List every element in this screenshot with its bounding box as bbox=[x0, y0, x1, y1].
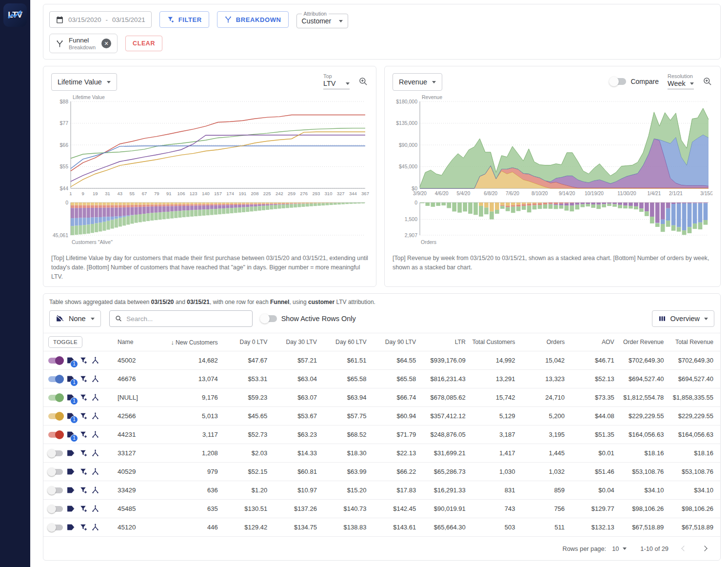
row-value: 1,445 bbox=[515, 449, 565, 457]
column-header[interactable]: ↓New Customers bbox=[168, 339, 218, 346]
row-value: $53,108.76 bbox=[664, 468, 713, 475]
filter-button[interactable]: FILTER bbox=[159, 11, 209, 28]
filter-plus-icon[interactable] bbox=[79, 467, 88, 476]
column-header[interactable]: Order Revenue bbox=[614, 339, 664, 345]
filter-plus-icon[interactable] bbox=[79, 505, 88, 513]
active-rows-toggle[interactable] bbox=[261, 315, 277, 322]
breakdown-icon[interactable] bbox=[91, 375, 99, 383]
attribution-select[interactable]: Attribution Customer bbox=[296, 11, 348, 28]
view-select-value: Overview bbox=[670, 315, 700, 323]
filter-plus-icon[interactable] bbox=[79, 486, 88, 494]
row-toggle[interactable] bbox=[48, 358, 63, 364]
breakdown-icon[interactable] bbox=[91, 449, 99, 457]
tag-icon[interactable] bbox=[66, 504, 76, 513]
row-toggle[interactable] bbox=[48, 450, 63, 456]
row-value: 1,417 bbox=[466, 449, 515, 457]
top-select[interactable]: Top LTV bbox=[323, 73, 350, 89]
column-header[interactable]: Day 60 LTV bbox=[317, 339, 367, 345]
tag-filter-select[interactable]: None bbox=[49, 310, 101, 327]
filter-plus-icon[interactable] bbox=[79, 412, 88, 420]
view-select[interactable]: Overview bbox=[652, 310, 714, 327]
row-toggle[interactable] bbox=[48, 469, 63, 475]
row-value: $68.52 bbox=[317, 431, 367, 438]
breakdown-icon[interactable] bbox=[91, 523, 99, 531]
breakdown-icon[interactable] bbox=[91, 412, 99, 420]
column-header[interactable]: LTR bbox=[416, 339, 466, 345]
tag-icon[interactable] bbox=[66, 448, 76, 458]
filter-button-label: FILTER bbox=[178, 16, 202, 23]
orders-bar-chart: 01,5002,907Orders bbox=[393, 200, 712, 248]
row-toggle[interactable] bbox=[48, 395, 63, 401]
svg-text:6/8/20: 6/8/20 bbox=[484, 191, 497, 196]
label-off-icon bbox=[56, 315, 64, 323]
row-value: $164,056.63 bbox=[614, 431, 664, 438]
breakdown-button[interactable]: BREAKDOWN bbox=[217, 11, 289, 28]
rows-per-page-select[interactable]: 10 bbox=[612, 545, 627, 552]
column-header[interactable]: Total Customers bbox=[466, 339, 515, 345]
chip-remove-icon[interactable]: ✕ bbox=[101, 39, 111, 48]
clear-button[interactable]: CLEAR bbox=[125, 36, 162, 51]
filter-plus-icon[interactable] bbox=[79, 523, 88, 531]
row-value: 636 bbox=[168, 486, 218, 494]
date-range-picker[interactable]: 03/15/2020 - 03/15/2021 bbox=[49, 11, 152, 28]
column-header[interactable]: Day 0 LTV bbox=[218, 339, 268, 345]
row-value: $65.58 bbox=[317, 375, 367, 383]
zoom-in-icon[interactable] bbox=[703, 77, 712, 86]
customers-alive-bar-chart: 045,061Customers "Alive" bbox=[51, 200, 369, 248]
toggle-header[interactable]: TOGGLE bbox=[48, 336, 82, 348]
row-value: $18.16 bbox=[664, 449, 713, 457]
row-toggle[interactable] bbox=[48, 525, 63, 530]
row-value: $63.07 bbox=[267, 394, 317, 401]
row-value: 5,013 bbox=[168, 412, 218, 420]
breakdown-icon[interactable] bbox=[91, 430, 99, 439]
search-icon bbox=[115, 315, 122, 323]
zoom-in-icon[interactable] bbox=[358, 77, 368, 86]
next-page-icon[interactable] bbox=[702, 546, 707, 551]
compare-toggle[interactable] bbox=[610, 78, 626, 85]
column-header[interactable]: Day 30 LTV bbox=[267, 339, 317, 345]
breakdown-icon[interactable] bbox=[91, 467, 99, 476]
filter-plus-icon[interactable] bbox=[79, 356, 88, 364]
tag-icon[interactable] bbox=[66, 467, 76, 476]
row-value: $816,231.43 bbox=[416, 375, 466, 383]
row-toggle[interactable] bbox=[48, 487, 63, 493]
svg-text:$44: $44 bbox=[59, 185, 68, 191]
column-header[interactable]: AOV bbox=[565, 339, 614, 345]
resolution-select[interactable]: Resolution Week bbox=[668, 73, 694, 89]
row-toggle[interactable] bbox=[48, 432, 63, 438]
breakdown-split-icon bbox=[56, 40, 64, 48]
filter-plus-icon[interactable] bbox=[79, 449, 88, 457]
filter-plus-icon[interactable] bbox=[79, 430, 88, 439]
column-header[interactable]: Total Revenue bbox=[664, 339, 713, 345]
filter-plus-icon[interactable] bbox=[79, 375, 88, 383]
row-value: $52.73 bbox=[218, 431, 268, 438]
row-value: $229,229.55 bbox=[614, 412, 664, 420]
svg-text:$66: $66 bbox=[59, 142, 68, 148]
row-toggle[interactable] bbox=[48, 413, 63, 419]
row-toggle[interactable] bbox=[48, 506, 63, 512]
breakdown-icon[interactable] bbox=[91, 486, 99, 494]
svg-text:31: 31 bbox=[105, 191, 110, 196]
row-toggle[interactable] bbox=[48, 376, 63, 382]
date-start: 03/15/2020 bbox=[68, 16, 101, 23]
row-value: $34.10 bbox=[614, 486, 664, 494]
column-header[interactable]: Orders bbox=[515, 339, 565, 345]
breakdown-icon[interactable] bbox=[91, 393, 99, 402]
breakdown-icon[interactable] bbox=[91, 356, 99, 364]
app-logo[interactable]: LTV bbox=[3, 3, 27, 27]
row-value: $17.83 bbox=[367, 486, 416, 494]
column-header[interactable]: Name bbox=[118, 339, 168, 345]
row-value: $67,518.89 bbox=[614, 524, 664, 531]
funnel-breakdown-chip[interactable]: Funnel Breakdown ✕ bbox=[49, 34, 118, 53]
revenue-metric-select[interactable]: Revenue bbox=[393, 73, 442, 91]
breakdown-icon[interactable] bbox=[91, 505, 99, 513]
tag-count-badge: 1 bbox=[70, 397, 78, 405]
previous-page-icon[interactable] bbox=[681, 546, 687, 551]
ltv-metric-select[interactable]: Lifetime Value bbox=[51, 73, 117, 91]
search-input[interactable] bbox=[126, 315, 246, 323]
column-header[interactable]: Day 90 LTV bbox=[367, 339, 416, 345]
row-value: $18.16 bbox=[614, 449, 664, 457]
tag-icon[interactable] bbox=[66, 523, 76, 532]
tag-icon[interactable] bbox=[66, 486, 76, 495]
filter-plus-icon[interactable] bbox=[79, 393, 88, 402]
